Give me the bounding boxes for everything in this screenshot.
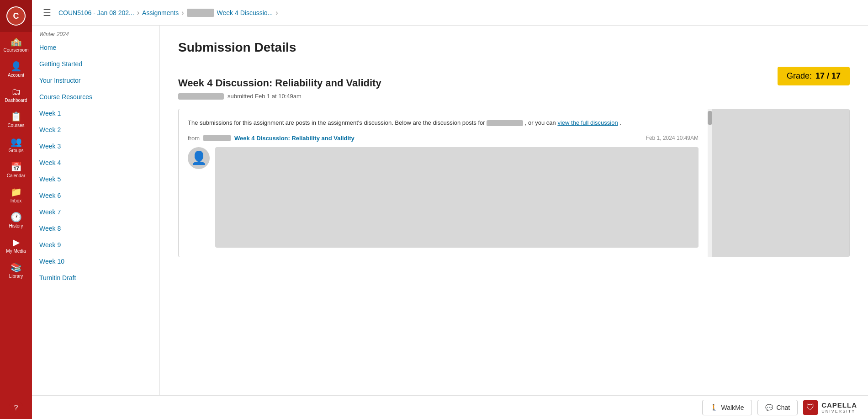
sidebar: Winter 2024 Home Getting Started Your In… <box>32 26 160 395</box>
discussion-intro-2: , or you can <box>525 119 556 126</box>
breadcrumb-week-link[interactable]: Week 4 Discussio... <box>217 9 273 16</box>
discussion-inner: The submissions for this assignment are … <box>179 109 849 257</box>
walkme-button[interactable]: 🚶 WalkMe <box>702 400 752 415</box>
sidebar-item-home[interactable]: Home <box>32 39 159 56</box>
hamburger-button[interactable]: ☰ <box>39 5 55 20</box>
content-area: Winter 2024 Home Getting Started Your In… <box>32 26 868 395</box>
chat-label: Chat <box>777 404 790 411</box>
grade-label: Grade: <box>787 71 812 81</box>
nav-item-calendar[interactable]: 📅 Calendar <box>0 158 32 183</box>
discussion-left: The submissions for this assignment are … <box>179 109 708 257</box>
inbox-icon: 📁 <box>11 187 22 196</box>
avatar-area: 👤 <box>188 147 699 248</box>
sidebar-item-week8[interactable]: Week 8 <box>32 220 159 237</box>
grade-badge: Grade: 17 / 17 <box>778 67 850 85</box>
discussion-intro-3: . <box>619 119 621 126</box>
main-content: Submission Details Grade: 17 / 17 Week 4… <box>160 26 868 395</box>
sidebar-item-week9[interactable]: Week 9 <box>32 237 159 253</box>
sidebar-item-week6[interactable]: Week 6 <box>32 187 159 204</box>
breadcrumb-redacted-1 <box>187 9 214 17</box>
sidebar-item-course-resources[interactable]: Course Resources <box>32 89 159 105</box>
view-full-discussion-link[interactable]: view the full discussion <box>557 119 618 126</box>
discussion-intro: The submissions for this assignment are … <box>188 118 699 127</box>
main-container: ☰ COUN5106 - Jan 08 202... › Assignments… <box>32 0 868 419</box>
entry-discussion-link[interactable]: Week 4 Discussion: Reliability and Valid… <box>234 135 355 142</box>
inner-scrollbar[interactable] <box>708 109 712 257</box>
breadcrumb-assignments-link[interactable]: Assignments <box>142 9 179 16</box>
section-divider <box>178 66 850 66</box>
discussion-box: The submissions for this assignment are … <box>178 109 850 257</box>
nav-item-dashboard[interactable]: 🗂 Dashboard <box>0 82 32 107</box>
top-bar: ☰ COUN5106 - Jan 08 202... › Assignments… <box>32 0 868 26</box>
submission-meta: submitted Feb 1 at 10:49am <box>178 93 850 100</box>
nav-item-history[interactable]: 🕐 History <box>0 208 32 233</box>
sidebar-season: Winter 2024 <box>32 26 159 39</box>
account-icon: 👤 <box>11 62 22 71</box>
chat-icon: 💬 <box>765 404 773 411</box>
history-icon: 🕐 <box>11 212 22 222</box>
sidebar-item-week2[interactable]: Week 2 <box>32 122 159 138</box>
sidebar-item-week3[interactable]: Week 3 <box>32 138 159 154</box>
sidebar-item-week7[interactable]: Week 7 <box>32 204 159 220</box>
bottom-bar: 🚶 WalkMe 💬 Chat 🛡 CAPELLA UNIVERSITY <box>32 395 868 419</box>
courseroom-icon: 🏫 <box>11 37 22 46</box>
breadcrumb-course-link[interactable]: COUN5106 - Jan 08 202... <box>58 9 134 16</box>
nav-item-courseroom[interactable]: 🏫 Courseroom <box>0 32 32 57</box>
post-content-redacted <box>215 147 699 248</box>
help-button[interactable]: ? <box>9 401 23 415</box>
nav-item-account[interactable]: 👤 Account <box>0 57 32 82</box>
avatar-icon: 👤 <box>191 150 207 165</box>
nav-item-groups[interactable]: 👥 Groups <box>0 133 32 158</box>
capella-sub: UNIVERSITY <box>821 409 857 414</box>
discussion-right <box>712 109 849 257</box>
logo-circle: C <box>6 6 26 26</box>
nav-item-courses[interactable]: 📋 Courses <box>0 107 32 133</box>
walkme-label: WalkMe <box>721 404 744 411</box>
submitted-text: submitted Feb 1 at 10:49am <box>228 93 302 100</box>
sidebar-item-week10[interactable]: Week 10 <box>32 253 159 270</box>
nav-bar: C 🏫 Courseroom 👤 Account 🗂 Dashboard 📋 C… <box>0 0 32 419</box>
from-redacted <box>203 135 231 141</box>
capella-name: CAPELLA <box>821 401 857 409</box>
entry-timestamp: Feb 1, 2024 10:49AM <box>646 135 699 141</box>
username-redacted <box>487 120 523 126</box>
inner-scrollbar-thumb <box>708 111 712 125</box>
walkme-icon: 🚶 <box>710 404 718 411</box>
grade-value: 17 / 17 <box>815 71 841 81</box>
avatar: 👤 <box>188 147 210 169</box>
mymedia-icon: ▶ <box>13 238 20 247</box>
capella-shield-icon: 🛡 <box>803 400 818 415</box>
courseroom-logo[interactable]: C <box>0 0 32 32</box>
nav-item-mymedia[interactable]: ▶ My Media <box>0 233 32 258</box>
sidebar-item-getting-started[interactable]: Getting Started <box>32 56 159 72</box>
breadcrumb: COUN5106 - Jan 08 202... › Assignments ›… <box>58 9 278 17</box>
from-label: from <box>188 135 200 142</box>
sidebar-item-your-instructor[interactable]: Your Instructor <box>32 72 159 89</box>
submitter-redacted <box>178 93 224 100</box>
nav-item-inbox[interactable]: 📁 Inbox <box>0 183 32 208</box>
chat-button[interactable]: 💬 Chat <box>757 400 798 415</box>
discussion-entry-header: from Week 4 Discussion: Reliability and … <box>188 135 699 142</box>
breadcrumb-sep-1: › <box>137 9 139 17</box>
breadcrumb-sep-3: › <box>275 9 278 17</box>
courses-icon: 📋 <box>11 112 22 121</box>
breadcrumb-sep-2: › <box>181 9 184 17</box>
sidebar-item-week4[interactable]: Week 4 <box>32 154 159 171</box>
page-title: Submission Details <box>178 40 850 55</box>
capella-text: CAPELLA UNIVERSITY <box>821 401 857 414</box>
library-icon: 📚 <box>11 263 22 272</box>
groups-icon: 👥 <box>11 137 22 146</box>
discussion-intro-1: The submissions for this assignment are … <box>188 119 485 126</box>
sidebar-item-week1[interactable]: Week 1 <box>32 105 159 122</box>
nav-item-library[interactable]: 📚 Library <box>0 258 32 283</box>
sidebar-item-week5[interactable]: Week 5 <box>32 171 159 187</box>
assignment-title: Week 4 Discussion: Reliability and Valid… <box>178 77 850 89</box>
dashboard-icon: 🗂 <box>11 87 21 96</box>
sidebar-item-turnitin[interactable]: Turnitin Draft <box>32 270 159 286</box>
calendar-icon: 📅 <box>11 162 22 171</box>
capella-logo: 🛡 CAPELLA UNIVERSITY <box>803 400 857 415</box>
